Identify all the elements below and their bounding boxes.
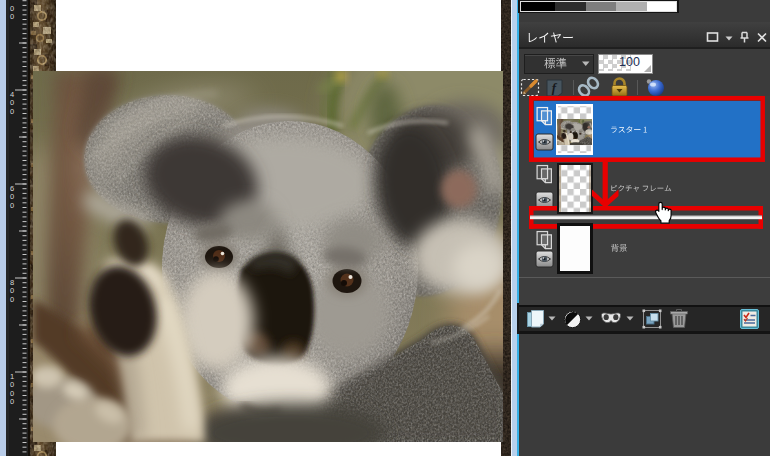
svg-text:0: 0 <box>10 12 14 21</box>
svg-text:0: 0 <box>10 397 14 406</box>
svg-text:0: 0 <box>10 201 14 210</box>
svg-text:0: 0 <box>10 107 14 116</box>
svg-text:0: 0 <box>10 295 14 304</box>
